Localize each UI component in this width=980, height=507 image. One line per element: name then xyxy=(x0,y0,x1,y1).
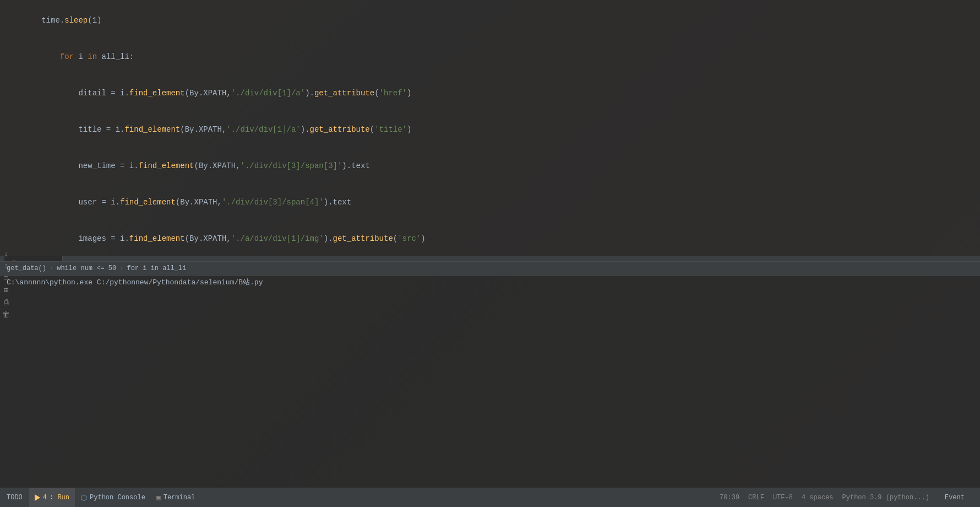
run-icon xyxy=(35,494,40,501)
terminal-toolbar: ↓ ↑ ≡ ⊞ ⎙ 🗑 xyxy=(0,246,12,323)
breadcrumb-item[interactable]: while num <= 50 xyxy=(57,265,116,272)
terminal-button[interactable]: ▣ Terminal xyxy=(151,488,200,508)
delete-icon[interactable]: 🗑 xyxy=(2,311,10,319)
todo-button[interactable]: TODO xyxy=(0,494,29,501)
file-encoding[interactable]: UTF-8 xyxy=(773,494,793,501)
cursor-position: 70:39 xyxy=(720,494,739,501)
run-label: : Run xyxy=(50,494,69,501)
code-line[interactable]: new_time = i.find_element(By.XPATH,'./di… xyxy=(0,148,980,184)
print-icon[interactable]: ⎙ xyxy=(2,299,10,306)
console-label: Python Console xyxy=(90,494,145,501)
scroll-down-icon[interactable]: ↓ xyxy=(2,250,10,258)
python-console-button[interactable]: ⬡ Python Console xyxy=(75,488,151,508)
code-line[interactable]: user = i.find_element(By.XPATH,'./div/di… xyxy=(0,184,980,220)
python-interpreter[interactable]: Python 3.9 (python...) xyxy=(842,494,929,501)
terminal-command-line: C:\annnnn\python.exe C:/pythonnew/Python… xyxy=(7,277,973,288)
breadcrumb-item[interactable]: for i in all_li xyxy=(127,265,186,272)
list-icon[interactable]: ≡ xyxy=(2,274,10,282)
run-number: 4 xyxy=(43,494,47,501)
status-bar: TODO 4: Run ⬡ Python Console ▣ Terminal … xyxy=(0,488,980,507)
breadcrumb: get_data() › while num <= 50 › for i in … xyxy=(0,261,980,276)
breadcrumb-item[interactable]: get_data() xyxy=(7,265,46,272)
terminal-label: Terminal xyxy=(164,494,195,501)
python-icon: ⬡ xyxy=(80,493,87,503)
indentation[interactable]: 4 spaces xyxy=(802,494,834,501)
terminal-icon: ▣ xyxy=(156,493,161,502)
run-button[interactable]: 4: Run xyxy=(29,488,75,508)
scroll-up-icon[interactable]: ↑ xyxy=(2,262,10,270)
code-line[interactable]: title = i.find_element(By.XPATH,'./div/d… xyxy=(0,111,980,148)
code-line[interactable]: time.sleep(1) xyxy=(0,2,980,39)
code-line[interactable]: for i in all_li: xyxy=(0,39,980,75)
line-ending[interactable]: CRLF xyxy=(748,494,764,501)
code-content: time.sleep(1) for i in all_li: ditail = … xyxy=(0,0,980,276)
code-editor: time.sleep(1) for i in all_li: ditail = … xyxy=(0,0,980,276)
status-left-section: TODO 4: Run ⬡ Python Console ▣ Terminal xyxy=(0,488,200,508)
terminal-panel: B站 (1) ✕ ⚙ C:\annnnn\python.exe C:/pytho… xyxy=(0,256,980,488)
event-log-button[interactable]: Event xyxy=(938,494,971,501)
sort-icon[interactable]: ⊞ xyxy=(2,287,10,294)
status-right-section: 70:39 CRLF UTF-8 4 spaces Python 3.9 (py… xyxy=(720,494,980,501)
code-line[interactable]: images = i.find_element(By.XPATH,'./a/di… xyxy=(0,220,980,257)
terminal-output[interactable]: C:\annnnn\python.exe C:/pythonnew/Python… xyxy=(0,273,980,488)
code-line[interactable]: ditail = i.find_element(By.XPATH,'./div/… xyxy=(0,75,980,111)
